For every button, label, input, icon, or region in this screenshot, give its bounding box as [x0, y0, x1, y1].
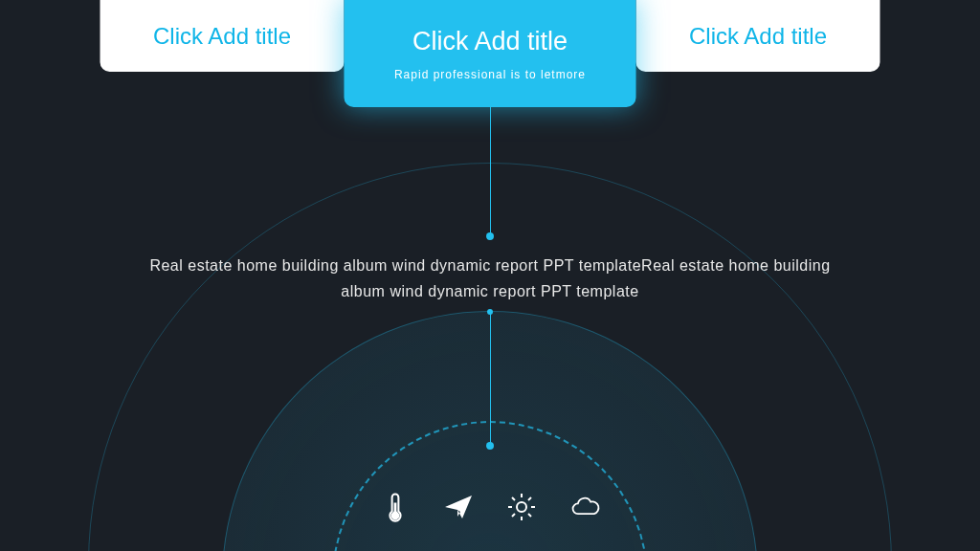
tab-left-label: Click Add title [153, 23, 291, 50]
connector-line [490, 311, 491, 445]
svg-line-8 [528, 514, 531, 517]
svg-point-2 [517, 502, 526, 512]
connector-dot [486, 442, 494, 450]
thermometer-icon [378, 488, 412, 526]
svg-line-10 [528, 497, 531, 500]
tab-right-label: Click Add title [689, 23, 827, 50]
tab-center-active[interactable]: Click Add title Rapid professional is to… [345, 0, 636, 107]
sun-icon [504, 488, 539, 526]
description-text: Real estate home building album wind dyn… [126, 253, 854, 304]
icons-row [378, 488, 602, 526]
svg-line-7 [512, 497, 515, 500]
tab-left[interactable]: Click Add title [100, 0, 345, 72]
cloud-icon [568, 488, 602, 526]
connector-dot [487, 309, 493, 315]
paper-plane-icon [441, 488, 476, 526]
tab-center-label: Click Add title [412, 27, 568, 56]
tabs-container: Click Add title Click Add title Rapid pr… [100, 0, 880, 107]
svg-line-9 [512, 514, 515, 517]
connector-line [490, 107, 491, 235]
tab-center-subtitle: Rapid professional is to letmore [394, 68, 586, 81]
tab-right[interactable]: Click Add title [636, 0, 880, 72]
connector-dot [486, 232, 494, 240]
